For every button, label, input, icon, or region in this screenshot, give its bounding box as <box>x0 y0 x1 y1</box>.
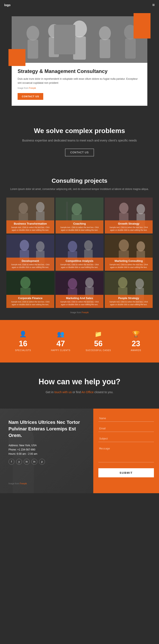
name-input[interactable] <box>98 415 154 422</box>
project-title: Competitive Analysis <box>58 259 101 262</box>
svg-point-36 <box>119 240 129 251</box>
hero-image-link[interactable]: Freepik <box>29 87 36 89</box>
help-office-link[interactable]: An Office <box>82 390 94 394</box>
message-input[interactable] <box>98 446 154 462</box>
svg-point-7 <box>99 26 111 40</box>
contact-address: Address: New York, USA <box>9 444 87 447</box>
contact-info-panel: Nam Ultrices Ultrices Nec Tortor Pulvina… <box>0 408 93 493</box>
submit-button[interactable]: SUBMIT <box>98 468 154 477</box>
project-desc: Sample text. Click to select the text bo… <box>107 226 150 231</box>
project-title: Corporate Finance <box>9 296 52 300</box>
help-title: How can we help you? <box>13 377 146 386</box>
svg-rect-8 <box>100 39 110 58</box>
solve-description: Business expertise and dedicated teams t… <box>13 138 146 143</box>
clients-label: HAPPY CLIENTS <box>51 349 70 352</box>
project-overlay: Development Sample text. Click to select… <box>6 258 54 271</box>
project-desc: Sample text. Click to select the text bo… <box>58 226 101 231</box>
solve-contact-button[interactable]: CONTACT US <box>65 149 94 156</box>
svg-rect-2 <box>28 40 38 58</box>
project-desc: Sample text. Click to select the text bo… <box>107 300 150 306</box>
contact-tagline: Nam Ultrices Ultrices Nec Tortor Pulvina… <box>9 419 87 439</box>
project-item[interactable]: Business Transformation Sample text. Cli… <box>6 198 54 234</box>
cases-label: SUCCESSFUL CASES <box>86 349 111 352</box>
clients-number: 47 <box>44 339 77 348</box>
project-desc: Sample text. Click to select the text bo… <box>58 263 101 268</box>
hero-card: Strategy & Management Consultancy Duis a… <box>12 16 147 106</box>
pinterest-icon[interactable]: p <box>39 459 45 465</box>
project-title: Marketing Consulting <box>107 259 150 262</box>
project-item[interactable]: People Strategy Sample text. Click to se… <box>105 272 153 308</box>
solve-title: We solve complex problems <box>13 127 146 135</box>
twitter-icon[interactable]: y <box>16 459 22 465</box>
project-item[interactable]: Coaching Sample text. Click to select th… <box>55 198 104 234</box>
project-desc: Sample text. Click to select the text bo… <box>9 300 52 306</box>
orange-decoration-bl <box>9 49 25 66</box>
project-overlay: Marketing Consulting Sample text. Click … <box>105 258 153 271</box>
project-overlay: Coaching Sample text. Click to select th… <box>55 220 104 234</box>
project-item[interactable]: Competitive Analysis Sample text. Click … <box>55 235 104 271</box>
cases-number: 56 <box>82 339 115 348</box>
help-description: Get in touch with us or find An Office c… <box>13 390 146 394</box>
projects-image-link[interactable]: Freepik <box>82 311 89 314</box>
hero-description: Duis aute irure dolor in reprehenderit i… <box>18 77 141 85</box>
solve-section: We solve complex problems Business exper… <box>0 114 159 169</box>
svg-point-5 <box>72 20 87 38</box>
awards-number: 23 <box>119 339 153 348</box>
stats-section: 👤 16 SPECIALISTS 👥 47 HAPPY CLIENTS 📁 56… <box>0 320 159 362</box>
contact-image-link[interactable]: Freepik <box>20 482 27 485</box>
help-touch-link[interactable]: touch with us <box>54 390 72 394</box>
project-item[interactable]: Corporate Finance Sample text. Click to … <box>6 272 54 308</box>
svg-point-3 <box>48 24 60 38</box>
orange-decoration-tr <box>134 13 150 38</box>
project-desc: Sample text. Click to select the text bo… <box>107 263 150 268</box>
project-desc: Sample text. Click to select the text bo… <box>9 263 52 268</box>
svg-point-44 <box>68 278 77 289</box>
hero-photo <box>12 16 147 63</box>
svg-point-21 <box>119 202 128 214</box>
svg-point-17 <box>72 203 82 215</box>
svg-point-46 <box>85 278 94 288</box>
project-overlay: Competitive Analysis Sample text. Click … <box>55 258 104 271</box>
cases-icon: 📁 <box>82 330 115 338</box>
project-title: Marketing And Sales <box>58 296 101 300</box>
hero-contact-button[interactable]: CONTACT US <box>18 93 43 100</box>
project-item[interactable]: Development Sample text. Click to select… <box>6 235 54 271</box>
hero-title: Strategy & Management Consultancy <box>18 68 141 74</box>
stat-clients: 👥 47 HAPPY CLIENTS <box>42 328 80 354</box>
svg-point-49 <box>118 277 127 288</box>
project-desc: Sample text. Click to select the text bo… <box>58 300 101 306</box>
project-desc: Sample text. Click to select the text bo… <box>9 226 52 231</box>
project-overlay: Marketing And Sales Sample text. Click t… <box>55 295 104 308</box>
svg-point-26 <box>20 240 29 251</box>
contact-details: Address: New York, USA Phone: +1 234-567… <box>9 444 87 455</box>
project-item[interactable]: Marketing Consulting Sample text. Click … <box>105 235 153 271</box>
projects-subtitle: Lorem ipsum dolor sit amet, consectetur … <box>6 187 153 191</box>
project-title: Growth Strategy <box>107 222 150 225</box>
project-item[interactable]: Growth Strategy Sample text. Click to se… <box>105 198 153 234</box>
facebook-icon[interactable]: f <box>9 459 14 465</box>
projects-grid: Business Transformation Sample text. Cli… <box>6 198 153 308</box>
logo: logo <box>4 4 11 7</box>
contact-hours: Hours: 6:00 am - 2:00 am <box>9 452 87 455</box>
projects-image-credit: Image from Freepik <box>6 311 153 316</box>
instagram-icon[interactable]: in <box>24 459 30 465</box>
email-input[interactable] <box>98 425 154 432</box>
hero-image-credit: Image from Freepik <box>18 87 141 89</box>
project-overlay: Corporate Finance Sample text. Click to … <box>6 295 54 308</box>
menu-icon[interactable]: ≡ <box>152 2 155 8</box>
clients-icon: 👥 <box>44 330 77 338</box>
linkedin-icon[interactable]: in <box>31 459 37 465</box>
project-overlay: Business Transformation Sample text. Cli… <box>6 220 54 234</box>
hero-image <box>12 16 147 63</box>
hero-section: Strategy & Management Consultancy Duis a… <box>0 10 159 114</box>
awards-label: AWARDS <box>131 349 141 352</box>
subject-input[interactable] <box>98 435 154 442</box>
contact-image-credit: Image from Freepik <box>9 482 87 485</box>
project-title: People Strategy <box>107 296 150 300</box>
svg-rect-6 <box>73 36 86 60</box>
stat-awards: 🏆 23 AWARDS <box>117 328 155 354</box>
projects-title: Consulting projects <box>6 178 153 184</box>
svg-point-28 <box>36 241 45 252</box>
project-item[interactable]: Marketing And Sales Sample text. Click t… <box>55 272 104 308</box>
project-overlay: People Strategy Sample text. Click to se… <box>105 295 153 308</box>
